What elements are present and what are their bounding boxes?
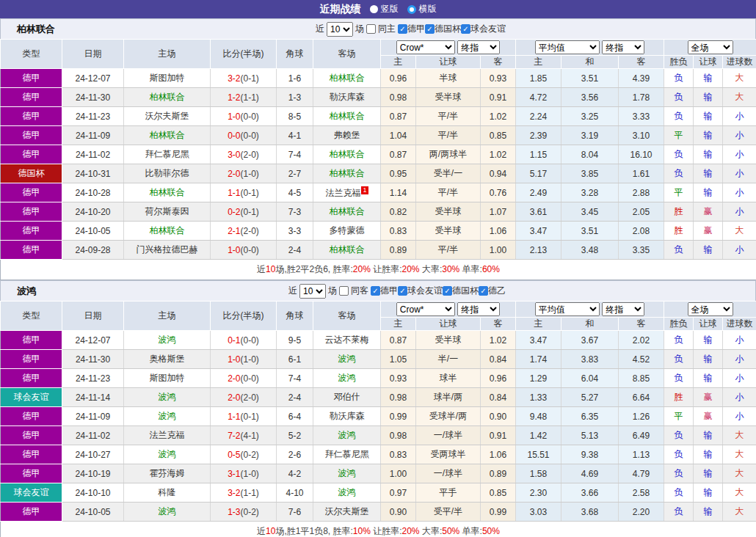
result-handicap: 输 — [694, 350, 723, 369]
home-team[interactable]: 比勒菲尔德 — [124, 164, 211, 183]
away-team[interactable]: 波鸿 — [313, 369, 381, 388]
vertical-layout-radio[interactable]: 竖版 — [370, 3, 399, 15]
away-team[interactable]: 勒沃库森 — [313, 407, 381, 426]
radio-selected-icon[interactable] — [370, 5, 378, 13]
home-team[interactable]: 柏林联合 — [124, 126, 211, 145]
same-venue-checkbox[interactable] — [366, 24, 376, 34]
away-team[interactable]: 云达不莱梅 — [313, 331, 381, 350]
summary-stat-value: 10% — [353, 526, 371, 536]
result-winlose: 负 — [664, 69, 694, 88]
final-odds-select-1[interactable]: 终指 — [457, 40, 500, 54]
home-team[interactable]: 波鸿 — [124, 331, 211, 350]
summary-stat-label: 近 — [257, 526, 266, 536]
league-checkbox[interactable]: ✓ — [371, 286, 380, 296]
same-venue-checkbox[interactable] — [339, 286, 349, 296]
away-team[interactable]: 法兰克福1 — [313, 183, 381, 202]
home-team[interactable]: 柏林联合 — [124, 183, 211, 202]
result-winlose: 负 — [664, 331, 694, 350]
away-team[interactable]: 柏林联合 — [313, 202, 381, 222]
league-checkbox[interactable]: ✓ — [398, 286, 407, 296]
home-team[interactable]: 波鸿 — [124, 503, 211, 522]
home-team[interactable]: 斯图加特 — [124, 369, 211, 388]
horizontal-layout-radio[interactable]: 横版 — [407, 3, 437, 15]
col-header: 客场 — [313, 302, 381, 331]
average-select[interactable]: 平均值 — [535, 40, 600, 54]
summary-text: 近10场,胜1平1负8, 胜率:10% 让胜率:20% 大率:50% 单率:50… — [1, 522, 756, 537]
home-team[interactable]: 拜仁慕尼黑 — [124, 145, 211, 164]
away-team[interactable]: 柏林联合 — [313, 164, 381, 183]
fullmatch-select[interactable]: 全场 — [688, 302, 733, 316]
home-team[interactable]: 波鸿 — [124, 388, 211, 407]
average-select[interactable]: 平均值 — [535, 302, 600, 316]
away-team[interactable]: 柏林联合 — [313, 107, 381, 126]
sub-col-header: 主 — [381, 318, 416, 331]
result-goals: 小 — [723, 388, 756, 407]
league-checkbox[interactable]: ✓ — [479, 286, 488, 296]
away-team[interactable]: 邓伯什 — [313, 388, 381, 407]
league-checkbox[interactable]: ✓ — [398, 24, 407, 34]
home-team[interactable]: 柏林联合 — [124, 88, 211, 107]
away-team[interactable]: 柏林联合 — [313, 145, 381, 164]
away-team[interactable]: 弗赖堡 — [313, 126, 381, 145]
away-team[interactable]: 波鸿 — [313, 350, 381, 369]
avg-draw-odds: 6.35 — [561, 407, 619, 426]
recent-count-select[interactable]: 10 — [327, 22, 353, 37]
final-odds-select-2[interactable]: 终指 — [602, 302, 644, 316]
bookmaker-select[interactable]: Crow* — [396, 40, 455, 54]
home-team[interactable]: 波鸿 — [124, 407, 211, 426]
handicap-line: 受半球 — [416, 202, 481, 222]
sub-col-header: 让球 — [416, 56, 481, 69]
handicap-line: 受半/一 — [416, 164, 481, 183]
league-checkbox[interactable]: ✓ — [461, 24, 470, 34]
recent-count-select[interactable]: 10 — [299, 284, 326, 299]
titlebar: 近期战绩 竖版 横版 — [0, 0, 756, 18]
radio-unselected-icon[interactable] — [407, 5, 416, 14]
avg-home-odds: 4.72 — [516, 88, 561, 107]
fullmatch-select[interactable]: 全场 — [688, 40, 733, 54]
bookmaker-select[interactable]: Crow* — [396, 302, 455, 316]
away-team[interactable]: 柏林联合 — [313, 69, 381, 88]
match-score: 7-2(4-1) — [211, 426, 277, 445]
home-team[interactable]: 科隆 — [124, 483, 211, 503]
match-type-badge: 德甲 — [1, 183, 62, 202]
corner-count: 2-6 — [277, 445, 313, 464]
handicap-home-odds: 0.97 — [381, 483, 416, 503]
home-team[interactable]: 柏林联合 — [124, 222, 211, 241]
final-odds-select-1[interactable]: 终指 — [457, 302, 500, 316]
match-date: 24-10-05 — [62, 222, 124, 241]
away-team[interactable]: 柏林联合 — [313, 241, 381, 260]
home-team[interactable]: 奥格斯堡 — [124, 350, 211, 369]
corner-count: 1-6 — [277, 69, 313, 88]
result-goals: 小 — [723, 350, 756, 369]
corner-count: 1-3 — [277, 88, 313, 107]
final-odds-select-2[interactable]: 终指 — [602, 40, 644, 54]
home-team[interactable]: 斯图加特 — [124, 69, 211, 88]
handicap-line: 受半球 — [416, 331, 481, 350]
corner-count: 4-1 — [277, 126, 313, 145]
league-checkbox[interactable]: ✓ — [425, 24, 435, 34]
away-team[interactable]: 多特蒙德 — [313, 222, 381, 241]
corner-count: 7-3 — [277, 202, 313, 222]
matches-table: 类型 日期 主场 比分(半场) 角球 客场 Crow* 终指 平均值 终指 — [0, 301, 756, 537]
avg-away-odds: 6.64 — [619, 388, 664, 407]
home-team[interactable]: 门兴格拉德巴赫 — [124, 241, 211, 260]
league-checkbox[interactable]: ✓ — [443, 286, 452, 296]
away-team[interactable]: 拜仁慕尼黑 — [313, 445, 381, 464]
result-goals: 大 — [723, 464, 756, 483]
home-team[interactable]: 霍芬海姆 — [124, 464, 211, 483]
away-team[interactable]: 沃尔夫斯堡 — [313, 503, 381, 522]
match-date: 24-12-07 — [62, 69, 124, 88]
away-team[interactable]: 波鸿 — [313, 464, 381, 483]
away-team[interactable]: 波鸿 — [313, 483, 381, 503]
avg-draw-odds: 4.69 — [561, 464, 619, 483]
home-team[interactable]: 法兰克福 — [124, 426, 211, 445]
home-team[interactable]: 荷尔斯泰因 — [124, 202, 211, 222]
result-goals: 小 — [723, 145, 756, 164]
away-team[interactable]: 勒沃库森 — [313, 88, 381, 107]
home-team[interactable]: 沃尔夫斯堡 — [124, 107, 211, 126]
match-score: 3-2(0-1) — [211, 69, 277, 88]
handicap-home-odds: 0.83 — [381, 445, 416, 464]
result-winlose: 胜 — [664, 388, 694, 407]
home-team[interactable]: 波鸿 — [124, 445, 211, 464]
away-team[interactable]: 波鸿 — [313, 426, 381, 445]
